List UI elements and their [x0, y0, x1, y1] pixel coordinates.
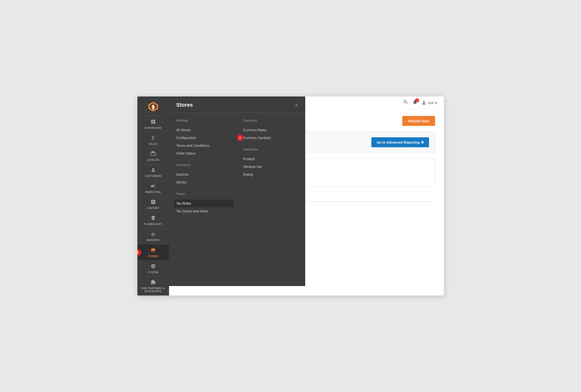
plumrocket-icon: [150, 215, 156, 222]
marketing-icon: [150, 183, 156, 190]
stores-panel: Stores × Settings All Stores Configurati…: [169, 96, 305, 286]
stores-columns: Settings All Stores Configuration 2 Term…: [169, 113, 305, 286]
configuration-badge: 2: [237, 135, 243, 141]
stores-right-column: Currency Currency Rates Currency Symbols…: [238, 119, 305, 286]
external-link-icon: ⧉: [421, 140, 424, 144]
settings-section-title: Settings: [176, 119, 234, 122]
sidebar-item-customers[interactable]: CUSTOMERS: [138, 164, 169, 180]
attribute-set-link[interactable]: Attribute Set: [243, 163, 300, 171]
sidebar-item-dashboard-label: DASHBOARD: [145, 127, 162, 129]
sidebar-item-sales-label: SALES: [149, 143, 158, 146]
currency-section-title: Currency: [243, 119, 300, 122]
terms-link[interactable]: Terms and Conditions: [176, 142, 234, 149]
inventory-section: Inventory Sources Stocks: [176, 163, 234, 186]
currency-symbols-link[interactable]: Currency Symbols: [243, 134, 300, 142]
extensions-icon: [150, 280, 156, 286]
inventory-section-title: Inventory: [176, 163, 234, 167]
reload-data-button[interactable]: Reload Data: [402, 116, 435, 126]
main-window: DASHBOARD SALES CATALOG CUSTOMERS: [138, 96, 444, 296]
dashboard-icon: [150, 119, 156, 126]
attributes-section: Attributes Product Attribute Set Rating: [243, 147, 300, 178]
taxes-section-title: Taxes: [176, 192, 234, 196]
user-menu[interactable]: root ▾: [422, 100, 437, 105]
sidebar-item-extensions-label: FIND PARTNERS & EXTENSIONS: [139, 287, 168, 293]
stocks-link[interactable]: Stocks: [176, 178, 234, 186]
sidebar-logo: [138, 96, 169, 116]
tax-rules-link[interactable]: Tax Rules: [174, 200, 234, 207]
sidebar-item-sales[interactable]: SALES: [138, 132, 169, 148]
sidebar-item-dashboard[interactable]: DASHBOARD: [138, 116, 169, 132]
taxes-section: Taxes Tax Rules Tax Zones and Rates: [176, 192, 234, 215]
user-dropdown-icon: ▾: [435, 101, 437, 105]
stores-badge: 1: [138, 249, 141, 256]
all-stores-link[interactable]: All Stores: [176, 126, 234, 134]
system-icon: [150, 263, 156, 270]
notification-badge: 1: [415, 98, 419, 102]
sidebar-item-stores[interactable]: STORES 1: [138, 245, 169, 261]
attributes-section-title: Attributes: [243, 147, 300, 151]
product-link[interactable]: Product: [243, 155, 300, 163]
reports-icon: [150, 231, 156, 238]
sidebar-item-content[interactable]: CONTENT: [138, 196, 169, 212]
sidebar-item-plumrocket-label: PLUMROCKET: [144, 223, 162, 226]
go-advanced-reporting-button[interactable]: Go to Advanced Reporting ⧉: [371, 137, 429, 147]
user-name-label: root: [428, 101, 434, 105]
configuration-link[interactable]: Configuration 2: [176, 134, 234, 142]
sidebar-item-content-label: CONTENT: [147, 207, 160, 210]
notification-button[interactable]: 1: [412, 99, 418, 106]
rating-link[interactable]: Rating: [243, 171, 300, 178]
sidebar-item-system[interactable]: SYSTEM: [138, 261, 169, 277]
sidebar-item-marketing[interactable]: MARKETING: [138, 180, 169, 196]
tax-zones-link[interactable]: Tax Zones and Rates: [176, 207, 234, 215]
currency-rates-link[interactable]: Currency Rates: [243, 126, 300, 134]
sources-link[interactable]: Sources: [176, 171, 234, 178]
magento-logo-icon: [148, 101, 159, 112]
order-status-link[interactable]: Order Status: [176, 149, 234, 157]
sidebar-item-reports-label: REPORTS: [147, 239, 160, 242]
sidebar-item-system-label: SYSTEM: [148, 271, 158, 274]
customers-icon: [150, 167, 156, 174]
sidebar: DASHBOARD SALES CATALOG CUSTOMERS: [138, 96, 169, 296]
sales-icon: [150, 135, 156, 142]
sidebar-item-catalog-label: CATALOG: [147, 159, 159, 162]
sidebar-item-catalog[interactable]: CATALOG: [138, 148, 169, 164]
sidebar-item-plumrocket[interactable]: PLUMROCKET: [138, 212, 169, 228]
sidebar-item-customers-label: CUSTOMERS: [145, 175, 161, 178]
stores-close-button[interactable]: ×: [295, 102, 298, 107]
stores-left-column: Settings All Stores Configuration 2 Term…: [169, 119, 238, 286]
sidebar-item-extensions[interactable]: FIND PARTNERS & EXTENSIONS: [138, 277, 169, 296]
stores-icon: [150, 247, 156, 254]
catalog-icon: [150, 151, 156, 158]
stores-panel-title: Stores: [176, 102, 193, 108]
content-icon: [150, 199, 156, 206]
user-avatar-icon: [422, 100, 426, 105]
sidebar-item-stores-label: STORES: [148, 255, 158, 258]
search-button[interactable]: [403, 99, 408, 106]
svg-rect-4: [153, 105, 154, 110]
sidebar-item-reports[interactable]: REPORTS: [138, 228, 169, 245]
svg-rect-3: [152, 105, 153, 110]
currency-section: Currency Currency Rates Currency Symbols: [243, 119, 300, 142]
sidebar-item-marketing-label: MARKETING: [145, 191, 161, 194]
search-icon: [403, 99, 408, 105]
settings-section: Settings All Stores Configuration 2 Term…: [176, 119, 234, 157]
stores-panel-header: Stores ×: [169, 96, 305, 113]
